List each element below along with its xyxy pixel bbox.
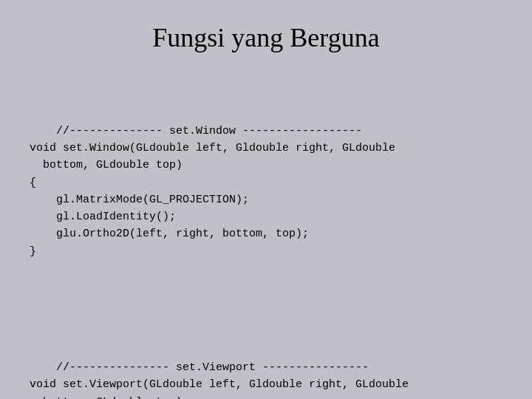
setviewport-section: //--------------- set.Viewport ---------… xyxy=(30,342,502,399)
setwindow-line-6: gl.LoadIdentity(); xyxy=(30,211,176,223)
setwindow-section: //-------------- set.Window ------------… xyxy=(30,106,502,278)
setwindow-line-5: gl.MatrixMode(GL_PROJECTION); xyxy=(30,194,249,206)
setviewport-line-3: bottom, GLdouble top) xyxy=(30,396,183,400)
setviewport-line-2: void set.Viewport(GLdouble left, Gldoubl… xyxy=(30,378,409,391)
page-title: Fungsi yang Berguna xyxy=(152,22,379,53)
code-content: //-------------- set.Window ------------… xyxy=(30,71,502,399)
setviewport-line-1: //--------------- set.Viewport ---------… xyxy=(56,361,369,374)
setwindow-line-7: glu.Ortho2D(left, right, bottom, top); xyxy=(30,228,309,240)
setwindow-line-3: bottom, GLdouble top) xyxy=(30,159,183,171)
setwindow-line-8: } xyxy=(30,245,36,258)
setwindow-line-2: void set.Window(GLdouble left, Gldouble … xyxy=(30,142,395,154)
setwindow-line-4: { xyxy=(30,177,36,189)
setwindow-line-1: //-------------- set.Window ------------… xyxy=(56,125,362,137)
